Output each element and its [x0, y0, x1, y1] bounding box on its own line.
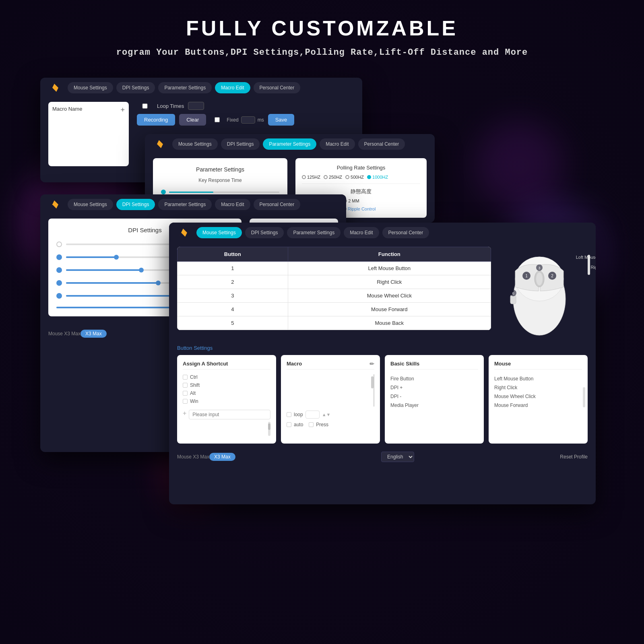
row-function-0: Left Mouse Button: [288, 262, 491, 275]
nav-dpi-settings-2[interactable]: DPI Settings: [221, 138, 260, 150]
macro-scroll-area[interactable]: [287, 374, 374, 407]
alt-row: Alt: [183, 390, 270, 396]
nav-param-settings-4[interactable]: Parameter Settings: [287, 227, 341, 238]
polling-title: Polling Rate Settings: [302, 165, 420, 171]
col-button-header: Button: [178, 247, 288, 262]
macro-panel: Macro ✏ loop 1 ▲▼: [281, 355, 380, 444]
svg-text:1: 1: [525, 274, 528, 278]
auto-check[interactable]: [287, 422, 291, 427]
polling-1000hz[interactable]: 1000HZ: [367, 175, 388, 180]
macro-name-label: Macro Name: [52, 106, 82, 112]
shortcut-input[interactable]: [189, 410, 270, 419]
table-row[interactable]: 4Mouse Forward: [178, 303, 491, 316]
reset-profile-label[interactable]: Reset Profile: [560, 454, 588, 460]
macro-nav-bar: Mouse Settings DPI Settings Parameter Se…: [40, 78, 362, 98]
screenshots-area: Mouse Settings DPI Settings Parameter Se…: [40, 78, 604, 593]
ripple-control-option[interactable]: Ripple Control: [343, 206, 376, 211]
press-label: Press: [316, 422, 328, 427]
table-row[interactable]: 1Left Mouse Button: [178, 262, 491, 275]
polling-250hz[interactable]: 250HZ: [324, 175, 342, 180]
mouse-3d-svg: 1 2 3 6: [499, 247, 580, 339]
alt-checkbox[interactable]: [183, 391, 188, 396]
ctrl-row: Ctrl: [183, 374, 270, 380]
nav-macro-edit-1[interactable]: Macro Edit: [215, 82, 250, 93]
nav-param-settings-3[interactable]: Parameter Settings: [158, 199, 212, 210]
nav-dpi-settings-4[interactable]: DPI Settings: [245, 227, 284, 238]
nav-param-settings-1[interactable]: Parameter Settings: [158, 82, 212, 93]
fixed-checkbox[interactable]: [210, 117, 224, 122]
param-settings-title: Parameter Settings: [161, 166, 279, 173]
nav-mouse-settings-3[interactable]: Mouse Settings: [68, 199, 113, 210]
nav-personal-center-2[interactable]: Personal Center: [358, 138, 405, 150]
mouse-item-wheel[interactable]: Mouse Wheel Click: [494, 392, 582, 401]
row-function-4: Mouse Back: [288, 316, 491, 330]
table-row[interactable]: 3Mouse Wheel Click: [178, 289, 491, 303]
macro-loop-area: loop 1 ▲▼ auto Press: [287, 411, 374, 427]
polling-500hz[interactable]: 500HZ: [345, 175, 364, 180]
bottom-panels: Assign A Shortcut Ctrl Shift: [177, 355, 588, 444]
polling-radio-group: 125HZ 250HZ 500HZ 1000HZ: [302, 175, 420, 180]
table-row[interactable]: 5Mouse Back: [178, 316, 491, 330]
svg-marker-1: [155, 140, 163, 148]
logo-icon: [48, 82, 60, 94]
main-content: FULLY CUSTOMZABLE rogram Your Buttons,DP…: [0, 0, 644, 593]
clear-button[interactable]: Clear: [179, 114, 206, 126]
macro-scroll-thumb[interactable]: [371, 376, 374, 388]
logo-icon-4: [177, 227, 189, 239]
mouse-nav-bar: Mouse Settings DPI Settings Parameter Se…: [169, 223, 596, 243]
macro-add-icon[interactable]: +: [120, 106, 125, 114]
basic-item-fire[interactable]: Fire Button: [390, 374, 478, 383]
language-select[interactable]: English: [381, 452, 414, 462]
nav-personal-center-3[interactable]: Personal Center: [254, 199, 301, 210]
basic-item-dpi-minus[interactable]: DPI -: [390, 392, 478, 401]
nav-personal-center-4[interactable]: Personal Center: [382, 227, 429, 238]
basic-skills-title: Basic Skills: [390, 361, 478, 369]
row-button-3: 4: [178, 303, 288, 316]
fixed-value-input[interactable]: 10: [241, 116, 255, 124]
nav-mouse-settings-4[interactable]: Mouse Settings: [196, 227, 242, 238]
page-headline: FULLY CUSTOMZABLE: [186, 16, 458, 40]
loop-times-input[interactable]: 1: [188, 102, 204, 110]
svg-marker-2: [50, 200, 58, 208]
footer-mouse-label: Mouse X3 Max: [177, 454, 209, 460]
mouse-item-right[interactable]: Right Click: [494, 383, 582, 392]
nav-macro-edit-4[interactable]: Macro Edit: [344, 227, 379, 238]
recording-button[interactable]: Recording: [137, 114, 175, 126]
mouse-item-left[interactable]: Left Mouse Button: [494, 374, 582, 383]
nav-dpi-settings-1[interactable]: DPI Settings: [116, 82, 155, 93]
svg-point-7: [536, 272, 543, 285]
loop-value-input[interactable]: 1: [305, 411, 320, 419]
svg-marker-0: [50, 84, 58, 92]
logo-icon-2: [153, 138, 165, 150]
mouse-function-title: Mouse: [494, 361, 582, 369]
alt-label: Alt: [190, 390, 196, 396]
row-function-3: Mouse Forward: [288, 303, 491, 316]
press-check[interactable]: [309, 422, 314, 427]
dpi-mouse-label: Mouse X3 Max: [48, 331, 80, 336]
nav-mouse-settings-2[interactable]: Mouse Settings: [172, 138, 218, 150]
loop-check[interactable]: [287, 412, 291, 417]
win-checkbox[interactable]: [183, 399, 188, 404]
row-button-4: 5: [178, 316, 288, 330]
svg-text:2: 2: [551, 274, 553, 278]
basic-item-media[interactable]: Media Player: [390, 401, 478, 410]
ctrl-checkbox[interactable]: [183, 375, 188, 380]
auto-label: auto: [294, 422, 303, 427]
nav-personal-center-1[interactable]: Personal Center: [254, 82, 301, 93]
nav-dpi-settings-3[interactable]: DPI Settings: [116, 199, 155, 210]
fixed-row: Fixed 10 ms: [210, 116, 264, 124]
basic-item-dpi-plus[interactable]: DPI +: [390, 383, 478, 392]
add-shortcut-icon[interactable]: +: [183, 410, 186, 417]
polling-125hz[interactable]: 125HZ: [302, 175, 320, 180]
nav-param-settings-2[interactable]: Parameter Settings: [263, 138, 316, 150]
nav-macro-edit-3[interactable]: Macro Edit: [215, 199, 250, 210]
table-row[interactable]: 2Right Click: [178, 275, 491, 289]
loop-checkbox[interactable]: [137, 103, 153, 109]
save-button[interactable]: Save: [268, 114, 295, 126]
nav-macro-edit-2[interactable]: Macro Edit: [320, 138, 355, 150]
mouse-item-forward[interactable]: Mouse Forward: [494, 401, 582, 410]
nav-mouse-settings-1[interactable]: Mouse Settings: [68, 82, 113, 93]
ms-label: ms: [258, 117, 264, 123]
shift-checkbox[interactable]: [183, 383, 188, 388]
macro-edit-icon[interactable]: ✏: [369, 361, 374, 367]
